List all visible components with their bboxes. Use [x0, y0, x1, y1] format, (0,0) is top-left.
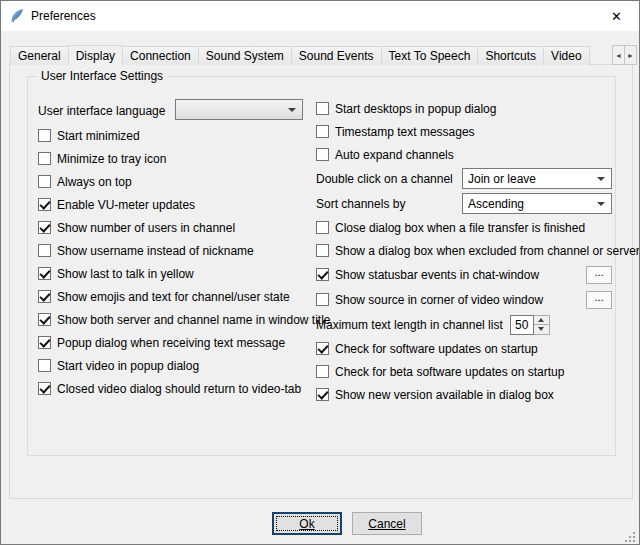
checkbox-label: Closed video dialog should return to vid…	[57, 382, 301, 396]
sort-channels-dropdown[interactable]: Ascending	[462, 193, 612, 214]
checkbox-indicator	[316, 125, 329, 138]
checkbox-label: Always on top	[57, 175, 132, 189]
checkbox-indicator	[316, 388, 329, 401]
checkbox-indicator	[316, 365, 329, 378]
spinner-buttons	[534, 315, 550, 335]
double-click-dropdown[interactable]: Join or leave	[462, 168, 612, 189]
checkbox-indicator	[38, 198, 51, 211]
checkbox-auto-expand-channels[interactable]: Auto expand channels	[316, 143, 612, 166]
language-row: User interface language	[38, 97, 314, 124]
checkbox-excluded-dialog[interactable]: Show a dialog box when excluded from cha…	[316, 239, 612, 262]
checkbox-video-return-tab[interactable]: Closed video dialog should return to vid…	[38, 377, 314, 400]
preferences-dialog: Preferences ✕ General Display Connection…	[0, 0, 640, 545]
max-text-length-spinner[interactable]: 50	[510, 315, 550, 335]
checkbox-video-source-corner[interactable]	[316, 293, 329, 306]
checkbox-label: Show number of users in channel	[57, 221, 235, 235]
video-source-more-button[interactable]: ...	[586, 291, 612, 309]
tab-scroll-control: ◄ ►	[613, 45, 637, 65]
checkbox-show-user-count[interactable]: Show number of users in channel	[38, 216, 314, 239]
checkbox-label: Show username instead of nickname	[57, 244, 254, 258]
user-interface-settings-group: User Interface Settings User interface l…	[27, 76, 616, 456]
checkbox-label: Start minimized	[57, 129, 140, 143]
chevron-down-icon	[597, 177, 605, 181]
chevron-down-icon	[597, 202, 605, 206]
checkbox-show-username[interactable]: Show username instead of nickname	[38, 239, 314, 262]
tab-text-to-speech[interactable]: Text To Speech	[381, 46, 479, 65]
checkbox-label: Close dialog box when a file transfer is…	[335, 221, 585, 235]
video-source-row: Show source in corner of video window ..…	[316, 287, 612, 312]
checkbox-timestamp-messages[interactable]: Timestamp text messages	[316, 120, 612, 143]
double-click-value: Join or leave	[468, 172, 536, 186]
checkbox-start-minimized[interactable]: Start minimized	[38, 124, 314, 147]
statusbar-events-row: Show statusbar events in chat-window ...	[316, 262, 612, 287]
checkbox-label: Start video in popup dialog	[57, 359, 199, 373]
tab-video[interactable]: Video	[543, 46, 589, 65]
checkbox-indicator	[38, 129, 51, 142]
checkbox-minimize-to-tray[interactable]: Minimize to tray icon	[38, 147, 314, 170]
chevron-down-icon	[288, 108, 296, 112]
checkbox-label: Show new version available in dialog box	[335, 388, 554, 402]
titlebar[interactable]: Preferences ✕	[1, 1, 639, 31]
checkbox-label: Check for software updates on startup	[335, 342, 538, 356]
checkbox-label: Minimize to tray icon	[57, 152, 166, 166]
cancel-button[interactable]: Cancel	[352, 512, 422, 535]
double-click-label: Double click on a channel	[316, 172, 453, 186]
statusbar-events-more-button[interactable]: ...	[586, 266, 612, 284]
tab-connection[interactable]: Connection	[122, 46, 199, 65]
checkbox-indicator	[38, 175, 51, 188]
checkbox-label: Show a dialog box when excluded from cha…	[335, 244, 640, 258]
checkbox-indicator	[38, 290, 51, 303]
spin-up-icon[interactable]	[534, 315, 550, 326]
checkbox-software-updates[interactable]: Check for software updates on startup	[316, 337, 612, 360]
language-dropdown[interactable]	[175, 99, 303, 120]
checkbox-indicator	[38, 152, 51, 165]
checkbox-label: Enable VU-meter updates	[57, 198, 195, 212]
checkbox-start-desktops-popup[interactable]: Start desktops in popup dialog	[316, 97, 612, 120]
checkbox-indicator	[38, 336, 51, 349]
checkbox-indicator	[316, 221, 329, 234]
spin-down-icon[interactable]	[534, 325, 550, 335]
close-button[interactable]: ✕	[594, 1, 639, 31]
tab-shortcuts[interactable]: Shortcuts	[477, 46, 544, 65]
checkbox-beta-updates[interactable]: Check for beta software updates on start…	[316, 360, 612, 383]
max-text-length-label: Maximum text length in channel list	[316, 318, 503, 332]
sort-channels-label: Sort channels by	[316, 197, 405, 211]
ok-button[interactable]: Ok	[272, 512, 342, 535]
tab-general[interactable]: General	[10, 46, 69, 65]
max-text-length-value: 50	[510, 315, 534, 335]
checkbox-label: Check for beta software updates on start…	[335, 365, 564, 379]
checkbox-new-version-dialog[interactable]: Show new version available in dialog box	[316, 383, 612, 406]
checkbox-popup-text-message[interactable]: Popup dialog when receiving text message	[38, 331, 314, 354]
resize-grip[interactable]	[624, 529, 636, 541]
checkbox-label: Show emojis and text for channel/user st…	[57, 290, 290, 304]
checkbox-indicator	[316, 342, 329, 355]
checkbox-start-video-popup[interactable]: Start video in popup dialog	[38, 354, 314, 377]
checkbox-indicator	[316, 148, 329, 161]
checkbox-emoji-text-state[interactable]: Show emojis and text for channel/user st…	[38, 285, 314, 308]
checkbox-label: Auto expand channels	[335, 148, 454, 162]
checkbox-close-on-file-transfer[interactable]: Close dialog box when a file transfer is…	[316, 216, 612, 239]
language-label: User interface language	[38, 104, 165, 118]
sort-channels-row: Sort channels by Ascending	[316, 191, 612, 216]
checkbox-indicator	[38, 221, 51, 234]
checkbox-label: Show source in corner of video window	[335, 293, 543, 307]
tab-sound-system[interactable]: Sound System	[198, 46, 292, 65]
sort-channels-value: Ascending	[468, 197, 524, 211]
app-icon	[9, 8, 25, 24]
checkbox-statusbar-events[interactable]	[316, 268, 329, 281]
checkbox-indicator	[38, 244, 51, 257]
checkbox-indicator	[38, 359, 51, 372]
checkbox-indicator	[38, 313, 51, 326]
checkbox-last-to-talk-yellow[interactable]: Show last to talk in yellow	[38, 262, 314, 285]
checkbox-always-on-top[interactable]: Always on top	[38, 170, 314, 193]
tab-sound-events[interactable]: Sound Events	[291, 46, 382, 65]
tab-bar: General Display Connection Sound System …	[10, 44, 609, 65]
checkbox-label: Popup dialog when receiving text message	[57, 336, 285, 350]
tab-scroll-right-icon[interactable]: ►	[624, 45, 637, 65]
tab-display[interactable]: Display	[68, 45, 123, 65]
checkbox-label: Timestamp text messages	[335, 125, 475, 139]
max-text-length-row: Maximum text length in channel list 50	[316, 312, 612, 337]
checkbox-vu-meter-updates[interactable]: Enable VU-meter updates	[38, 193, 314, 216]
checkbox-server-channel-title[interactable]: Show both server and channel name in win…	[38, 308, 314, 331]
checkbox-indicator	[316, 102, 329, 115]
